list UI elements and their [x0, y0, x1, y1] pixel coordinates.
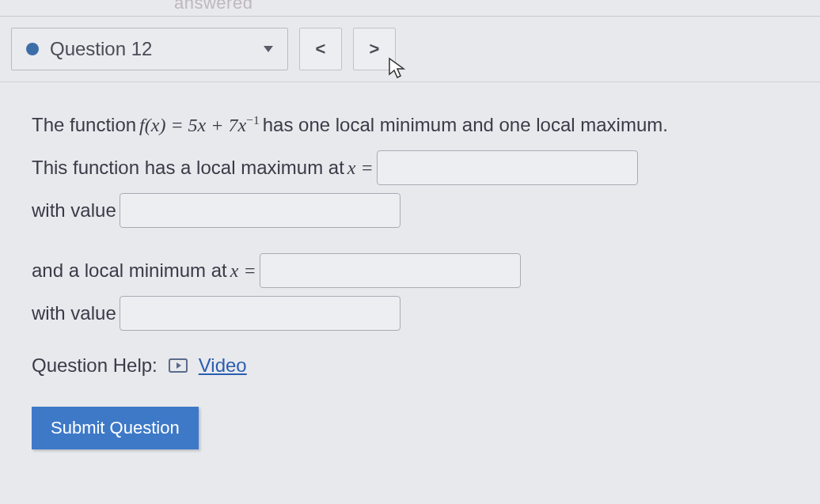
local-max-prompt: This function has a local maximum at x = [32, 149, 788, 187]
local-min-value-prompt: with value [32, 294, 788, 332]
math-expression: f(x) = 5x + 7x [139, 115, 246, 135]
prev-question-button[interactable]: < [299, 28, 342, 70]
question-content: The function f(x) = 5x + 7x−1 has one lo… [0, 82, 820, 473]
video-play-icon [169, 358, 188, 373]
question-nav-bar: Question 12 < > [0, 16, 820, 82]
text-segment: with value [32, 294, 116, 332]
local-min-value-input[interactable] [120, 296, 401, 331]
status-dot-icon [26, 43, 39, 55]
math-function: f(x) = 5x + 7x−1 [139, 106, 260, 144]
local-min-prompt: and a local minimum at x = [32, 252, 788, 290]
local-max-x-input[interactable] [377, 150, 638, 185]
chevron-left-icon: < [316, 39, 326, 59]
text-segment: and a local minimum at [32, 252, 227, 290]
question-help-row: Question Help: Video [32, 354, 788, 377]
text-segment: The function [32, 106, 136, 144]
math-x-equals: x = [347, 149, 374, 187]
partial-header-text: answered [0, 0, 820, 16]
text-segment: with value [32, 191, 116, 229]
question-selector-dropdown[interactable]: Question 12 [11, 28, 288, 70]
submit-question-button[interactable]: Submit Question [32, 407, 199, 449]
text-segment: has one local minimum and one local maxi… [263, 106, 668, 144]
math-x-equals: x = [230, 252, 256, 290]
question-number-label: Question 12 [50, 38, 152, 60]
next-question-button[interactable]: > [353, 28, 396, 70]
chevron-right-icon: > [370, 39, 380, 59]
math-exponent: −1 [246, 113, 260, 127]
help-label: Question Help: [32, 354, 158, 377]
chevron-down-icon [264, 46, 273, 52]
video-help-link[interactable]: Video [199, 354, 247, 377]
local-min-x-input[interactable] [260, 253, 521, 288]
text-segment: This function has a local maximum at [32, 149, 344, 187]
local-max-value-input[interactable] [120, 193, 401, 228]
problem-statement-line1: The function f(x) = 5x + 7x−1 has one lo… [32, 106, 788, 144]
local-max-value-prompt: with value [32, 191, 788, 229]
